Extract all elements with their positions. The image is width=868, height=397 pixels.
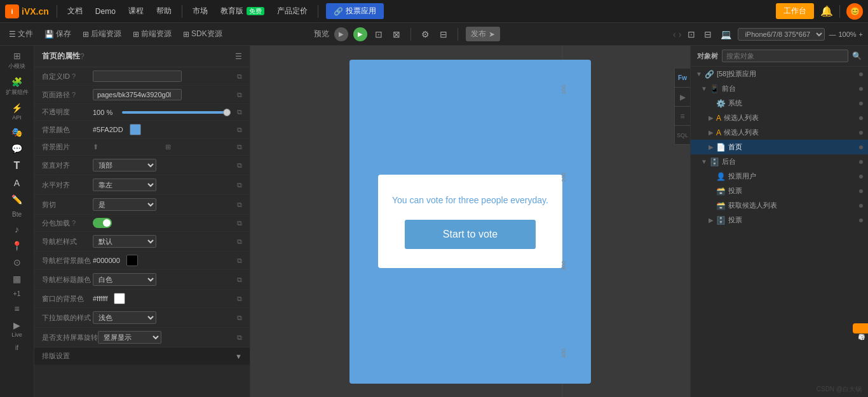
toolbar-sdk[interactable]: ⊞ SDK资源: [179, 27, 226, 41]
layout-section[interactable]: 排版设置 ▼: [34, 347, 250, 365]
restore-icon[interactable]: ⊡: [685, 28, 698, 41]
tree-item-3[interactable]: ▶ A 候选人列表: [691, 111, 868, 125]
sidebar-item-chat[interactable]: 💬: [3, 141, 32, 156]
h-align-select[interactable]: 靠左: [93, 178, 156, 191]
tree-dot-4[interactable]: [859, 131, 863, 135]
custom-id-copy[interactable]: ⧉: [237, 72, 242, 81]
sidebar-item-music[interactable]: ♪: [3, 222, 32, 237]
device-icon[interactable]: 💻: [718, 28, 734, 41]
sidebar-item-live[interactable]: ▶ Live: [3, 318, 32, 340]
sidebar-item-text[interactable]: T: [3, 158, 32, 174]
nav-title-color-copy[interactable]: ⧉: [237, 276, 242, 284]
tree-dot-3[interactable]: [859, 116, 863, 120]
preview-btn[interactable]: 预览: [314, 29, 329, 39]
custom-id-input[interactable]: [93, 71, 182, 82]
sidebar-item-map[interactable]: 📍: [3, 238, 32, 253]
tree-dot-2[interactable]: [859, 102, 863, 105]
arrow-right[interactable]: ›: [679, 29, 682, 39]
help-center-btn[interactable]: 帮助中心: [853, 323, 868, 333]
tree-dot-10[interactable]: [859, 219, 863, 222]
tree-item-4[interactable]: ▶ A 候选人列表: [691, 125, 868, 140]
icon-btn-config[interactable]: ⚙: [419, 28, 432, 41]
nav-style-select[interactable]: 默认: [93, 235, 156, 248]
sidebar-item-plus1[interactable]: +1: [3, 288, 32, 300]
nav-help[interactable]: 帮助: [154, 4, 174, 18]
play-btn-1[interactable]: ▶: [334, 27, 348, 41]
page-path-copy[interactable]: ⧉: [237, 91, 242, 99]
tree-dot-9[interactable]: [859, 204, 863, 208]
nav-edu[interactable]: 教育版 免费: [218, 4, 267, 18]
lazy-load-toggle[interactable]: [93, 218, 112, 228]
bg-image-upload[interactable]: ⬆: [93, 143, 98, 151]
sidebar-item-font[interactable]: A: [3, 175, 32, 191]
tree-item-9[interactable]: ▶ 🗃️ 获取候选人列表: [691, 198, 868, 213]
nav-market[interactable]: 市场: [190, 4, 210, 18]
side-lines-icon[interactable]: ≡: [675, 107, 690, 126]
custom-id-help[interactable]: ?: [72, 72, 76, 80]
opacity-slider[interactable]: [122, 111, 231, 114]
nav-doc[interactable]: 文档: [65, 4, 85, 18]
nav-bg-swatch[interactable]: [126, 255, 138, 266]
avatar[interactable]: 😊: [846, 3, 863, 20]
page-path-input[interactable]: [93, 89, 182, 100]
sidebar-item-api[interactable]: ⚡ API: [3, 100, 32, 123]
h-align-copy[interactable]: ⧉: [237, 181, 242, 189]
pull-style-select[interactable]: 浅色: [93, 311, 156, 324]
screen-rotate-copy[interactable]: ⧉: [237, 333, 242, 342]
tree-item-2[interactable]: ▶ ⚙️ 系统: [691, 96, 868, 111]
zoom-plus[interactable]: +: [859, 30, 863, 38]
tree-dot-1[interactable]: [859, 87, 863, 91]
search-icon[interactable]: 🔍: [852, 51, 862, 60]
sidebar-item-ext[interactable]: 🧩 扩展组件: [3, 74, 32, 99]
sidebar-item-grid[interactable]: ▦: [3, 271, 32, 286]
tree-item-10[interactable]: ▶ 🗄️ 投票: [691, 213, 868, 227]
fw-icon[interactable]: Fw: [675, 69, 690, 88]
tree-item-0[interactable]: ▼ 🔗 [58]投票应用: [691, 67, 868, 81]
nav-course[interactable]: 课程: [126, 4, 146, 18]
nav-title-color-select[interactable]: 白色: [93, 273, 156, 286]
icon-btn-1[interactable]: ⊡: [372, 28, 385, 41]
side-sql-icon[interactable]: SQL: [675, 126, 690, 145]
help-question-icon[interactable]: ?: [80, 52, 85, 61]
tree-item-6[interactable]: ▼ 🗄️ 后台: [691, 154, 868, 169]
bg-image-copy[interactable]: ⊞: [165, 143, 171, 151]
screen-rotate-select[interactable]: 竖屏显示: [98, 331, 161, 344]
icon-btn-layout[interactable]: ⊟: [437, 28, 450, 41]
tree-item-1[interactable]: ▼ 📱 前台: [691, 81, 868, 96]
nav-bg-copy[interactable]: ⧉: [237, 257, 242, 265]
tree-item-8[interactable]: ▶ 🗃️ 投票: [691, 184, 868, 198]
bg-color-copy[interactable]: ⧉: [237, 126, 242, 134]
bg-image-copy2[interactable]: ⧉: [237, 143, 242, 151]
sidebar-item-edit[interactable]: ✏️: [3, 192, 32, 207]
play-btn-2[interactable]: ▶: [353, 27, 367, 41]
tree-dot-6[interactable]: [859, 160, 863, 164]
tree-item-7[interactable]: ▶ 👤 投票用户: [691, 169, 868, 184]
publish-btn[interactable]: 发布 ➤: [466, 27, 500, 41]
nav-active-tab[interactable]: 🔗 投票应用: [326, 3, 384, 19]
lazy-load-help[interactable]: ?: [72, 219, 76, 227]
pull-style-copy[interactable]: ⧉: [237, 314, 242, 322]
clip-select[interactable]: 是: [93, 198, 156, 211]
work-btn[interactable]: 工作台: [776, 3, 814, 19]
nav-demo[interactable]: Demo: [93, 6, 118, 17]
bg-color-swatch[interactable]: [130, 124, 141, 135]
nav-style-copy[interactable]: ⧉: [237, 238, 242, 246]
win-bg-swatch[interactable]: [114, 293, 125, 304]
zoom-minus[interactable]: —: [829, 30, 836, 38]
device-select[interactable]: iPhone6/7/8 375*667: [738, 28, 825, 41]
toolbar-frontend[interactable]: ⊞ 前端资源: [129, 27, 175, 41]
start-vote-button[interactable]: Start to vote: [405, 220, 536, 249]
clip-copy[interactable]: ⧉: [237, 201, 242, 209]
nav-pricing[interactable]: 产品定价: [275, 4, 310, 18]
tree-dot-0[interactable]: [859, 72, 863, 76]
tree-dot-8[interactable]: [859, 189, 863, 193]
toolbar-file[interactable]: ☰ 文件: [5, 27, 37, 41]
tree-item-5[interactable]: ▶ 📄 首页: [691, 140, 868, 154]
icon-btn-2[interactable]: ⊠: [390, 28, 403, 41]
panel-menu-icon[interactable]: ☰: [235, 52, 242, 61]
v-align-select[interactable]: 顶部: [93, 159, 156, 172]
sidebar-item-bte[interactable]: Bte: [3, 208, 32, 220]
toolbar-save[interactable]: 💾 保存: [41, 27, 75, 41]
sidebar-item-modules[interactable]: ⊞ 小模块: [3, 48, 32, 73]
v-align-copy[interactable]: ⧉: [237, 161, 242, 170]
